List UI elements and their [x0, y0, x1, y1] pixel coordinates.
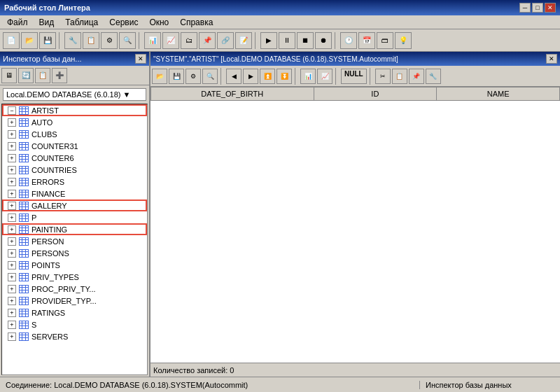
rt-btn-1[interactable]: 📂 [152, 69, 167, 84]
expand-icon[interactable]: + [8, 154, 16, 162]
toolbar-b11[interactable]: ▶ [260, 32, 277, 49]
inspector-tb-4[interactable]: ➕ [52, 68, 67, 83]
rt-btn-14[interactable]: 🔧 [426, 69, 441, 84]
expand-icon[interactable]: + [8, 261, 16, 270]
tree-item[interactable]: +ERRORS [2, 176, 147, 188]
rt-btn-8[interactable]: ⏬ [276, 69, 292, 84]
main-area: Инспектор базы дан... ✕ 🖥 🔄 📋 ➕ Local.DE… [0, 52, 560, 377]
expand-icon[interactable]: + [8, 166, 16, 174]
toolbar-b3[interactable]: ⚙ [101, 32, 118, 49]
toolbar-new[interactable]: 📄 [3, 32, 20, 49]
inspector-tb-1[interactable]: 🖥 [1, 68, 17, 83]
menu-file[interactable]: Файл [3, 16, 32, 29]
toolbar-b15[interactable]: 🕐 [340, 32, 357, 49]
expand-icon[interactable]: + [8, 130, 16, 139]
expand-icon[interactable]: − [8, 106, 16, 115]
toolbar-b17[interactable]: 🗃 [377, 32, 393, 49]
tree-item[interactable]: +POINTS [2, 259, 147, 271]
toolbar-b6[interactable]: 📈 [162, 32, 179, 49]
rt-btn-4[interactable]: 🔍 [202, 69, 218, 84]
rt-btn-12[interactable]: 📋 [392, 69, 407, 84]
close-button[interactable]: ✕ [545, 3, 556, 13]
rt-btn-7[interactable]: ⏫ [260, 69, 275, 84]
rt-btn-10[interactable]: 📈 [317, 69, 332, 84]
menu-table[interactable]: Таблица [61, 16, 102, 29]
toolbar-open[interactable]: 📂 [21, 32, 38, 49]
rt-btn-3[interactable]: ⚙ [186, 69, 201, 84]
rt-btn-5[interactable]: ◀ [226, 69, 241, 84]
expand-icon[interactable]: + [8, 118, 16, 127]
tree-item[interactable]: +PERSON [2, 235, 147, 247]
expand-icon[interactable]: + [8, 178, 16, 186]
rt-btn-9[interactable]: 📊 [300, 69, 316, 84]
inspector-tb-2[interactable]: 🔄 [18, 68, 34, 83]
toolbar-save[interactable]: 💾 [39, 32, 56, 49]
col-id[interactable]: ID [314, 88, 437, 101]
tree-item[interactable]: +P [2, 211, 147, 223]
tree-item[interactable]: +PRIV_TYPES [2, 271, 147, 283]
tree-container[interactable]: −ARTIST+AUTO+CLUBS+COUNTER31+COUNTER6+CO… [1, 104, 148, 375]
tree-item[interactable]: +PAINTING [2, 223, 147, 235]
right-panel-close-button[interactable]: ✕ [546, 54, 557, 64]
toolbar-b12[interactable]: ⏸ [279, 32, 295, 49]
rt-btn-13[interactable]: 📌 [409, 69, 424, 84]
menu-window[interactable]: Окно [145, 16, 173, 29]
null-button[interactable]: NULL [341, 69, 367, 84]
tree-item[interactable]: +FINANCE [2, 188, 147, 200]
toolbar-b9[interactable]: 🔗 [217, 32, 234, 49]
expand-icon[interactable]: + [8, 309, 16, 317]
toolbar-b2[interactable]: 📋 [83, 32, 99, 49]
tree-item[interactable]: +PROC_PRIV_TY... [2, 283, 147, 295]
tree-item[interactable]: +COUNTRIES [2, 164, 147, 176]
menu-service[interactable]: Сервис [105, 16, 142, 29]
db-selector[interactable]: Local.DEMO DATABASE (6.0.18) ▼ [3, 88, 146, 101]
expand-icon[interactable]: + [8, 142, 16, 150]
expand-icon[interactable]: + [8, 297, 16, 305]
tree-item[interactable]: +PERSONS [2, 247, 147, 259]
menu-help[interactable]: Справка [176, 16, 217, 29]
expand-icon[interactable]: + [8, 237, 16, 246]
minimize-button[interactable]: ─ [519, 3, 531, 13]
tree-item[interactable]: +PROVIDER_TYP... [2, 295, 147, 307]
toolbar-b10[interactable]: 📝 [235, 32, 252, 49]
tree-item[interactable]: +COUNTER6 [2, 152, 147, 164]
toolbar-b18[interactable]: 💡 [395, 32, 412, 49]
menu-view[interactable]: Вид [35, 16, 59, 29]
expand-icon[interactable]: + [8, 249, 16, 258]
tree-item[interactable]: +CLUBS [2, 128, 147, 140]
rt-btn-11[interactable]: ✂ [375, 69, 391, 84]
tree-item-label: SERVERS [31, 332, 68, 341]
toolbar-b5[interactable]: 📊 [144, 32, 161, 49]
expand-icon[interactable]: + [8, 285, 16, 293]
toolbar-b14[interactable]: ⏺ [315, 32, 332, 49]
expand-icon[interactable]: + [8, 321, 16, 329]
tree-item[interactable]: +AUTO [2, 116, 147, 128]
expand-icon[interactable]: + [8, 202, 16, 210]
rt-btn-2[interactable]: 💾 [169, 69, 184, 84]
rt-btn-6[interactable]: ▶ [243, 69, 258, 84]
tree-item[interactable]: +RATINGS [2, 307, 147, 318]
tree-item[interactable]: +SERVERS [2, 330, 147, 342]
tree-item[interactable]: +GALLERY [2, 200, 147, 211]
toolbar-b4[interactable]: 🔍 [119, 32, 136, 49]
tree-item[interactable]: +S [2, 318, 147, 330]
expand-icon[interactable]: + [8, 332, 16, 341]
tree-item[interactable]: +COUNTER31 [2, 140, 147, 152]
toolbar-b7[interactable]: 🗂 [181, 32, 197, 49]
toolbar-b1[interactable]: 🔧 [64, 32, 81, 49]
toolbar-b16[interactable]: 📅 [358, 32, 375, 49]
expand-icon[interactable]: + [8, 225, 16, 234]
tree-item[interactable]: −ARTIST [2, 104, 147, 116]
inspector-tb-3[interactable]: 📋 [35, 68, 50, 83]
expand-icon[interactable]: + [8, 273, 16, 281]
toolbar-b13[interactable]: ⏹ [297, 32, 314, 49]
table-icon [18, 332, 29, 342]
toolbar-b8[interactable]: 📌 [199, 32, 216, 49]
expand-icon[interactable]: + [8, 190, 16, 198]
maximize-button[interactable]: □ [532, 3, 543, 13]
col-date-of-birth[interactable]: DATE_OF_BIRTH [151, 88, 314, 101]
col-name[interactable]: NAME [437, 88, 560, 101]
inspector-close-button[interactable]: ✕ [135, 54, 146, 64]
tree-item-label: P [31, 214, 36, 222]
expand-icon[interactable]: + [8, 214, 16, 222]
